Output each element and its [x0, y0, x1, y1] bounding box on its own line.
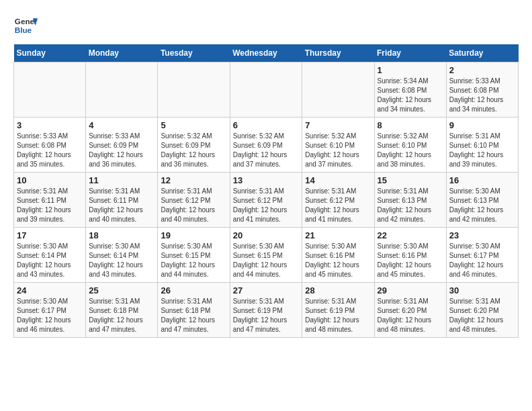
day-info: Sunrise: 5:30 AM Sunset: 6:15 PM Dayligh… — [233, 242, 300, 279]
day-info: Sunrise: 5:32 AM Sunset: 6:09 PM Dayligh… — [161, 132, 226, 169]
page-header: General Blue — [13, 13, 519, 38]
day-info: Sunrise: 5:31 AM Sunset: 6:10 PM Dayligh… — [449, 132, 515, 169]
calendar-cell: 26Sunrise: 5:31 AM Sunset: 6:18 PM Dayli… — [158, 283, 230, 338]
calendar-cell: 30Sunrise: 5:31 AM Sunset: 6:20 PM Dayli… — [446, 283, 518, 338]
day-info: Sunrise: 5:31 AM Sunset: 6:13 PM Dayligh… — [378, 187, 443, 224]
calendar-week-row: 17Sunrise: 5:30 AM Sunset: 6:14 PM Dayli… — [14, 228, 519, 283]
day-number: 11 — [89, 175, 154, 185]
weekday-header: Tuesday — [158, 44, 230, 62]
weekday-header: Sunday — [14, 44, 86, 62]
day-number: 12 — [161, 175, 226, 185]
day-info: Sunrise: 5:32 AM Sunset: 6:09 PM Dayligh… — [233, 132, 300, 169]
day-number: 24 — [17, 285, 83, 295]
calendar-cell: 19Sunrise: 5:30 AM Sunset: 6:15 PM Dayli… — [158, 228, 230, 283]
calendar-cell: 5Sunrise: 5:32 AM Sunset: 6:09 PM Daylig… — [158, 118, 230, 173]
calendar-cell — [230, 62, 302, 118]
calendar-cell: 1Sunrise: 5:34 AM Sunset: 6:08 PM Daylig… — [374, 62, 446, 118]
logo: General Blue — [13, 13, 38, 38]
day-info: Sunrise: 5:34 AM Sunset: 6:08 PM Dayligh… — [378, 77, 443, 114]
day-number: 22 — [378, 230, 443, 240]
calendar-cell: 24Sunrise: 5:30 AM Sunset: 6:17 PM Dayli… — [14, 283, 86, 338]
day-info: Sunrise: 5:31 AM Sunset: 6:19 PM Dayligh… — [233, 297, 300, 334]
calendar-cell: 8Sunrise: 5:32 AM Sunset: 6:10 PM Daylig… — [374, 118, 446, 173]
day-info: Sunrise: 5:30 AM Sunset: 6:16 PM Dayligh… — [305, 242, 371, 279]
calendar-cell: 25Sunrise: 5:31 AM Sunset: 6:18 PM Dayli… — [86, 283, 158, 338]
calendar-cell: 10Sunrise: 5:31 AM Sunset: 6:11 PM Dayli… — [14, 173, 86, 228]
day-info: Sunrise: 5:33 AM Sunset: 6:08 PM Dayligh… — [449, 77, 515, 114]
day-number: 6 — [233, 120, 300, 130]
calendar-cell: 15Sunrise: 5:31 AM Sunset: 6:13 PM Dayli… — [374, 173, 446, 228]
calendar-body: 1Sunrise: 5:34 AM Sunset: 6:08 PM Daylig… — [14, 62, 519, 338]
calendar-cell: 11Sunrise: 5:31 AM Sunset: 6:11 PM Dayli… — [86, 173, 158, 228]
day-info: Sunrise: 5:31 AM Sunset: 6:18 PM Dayligh… — [161, 297, 226, 334]
day-number: 2 — [449, 65, 515, 75]
weekday-header: Monday — [86, 44, 158, 62]
day-info: Sunrise: 5:30 AM Sunset: 6:17 PM Dayligh… — [17, 297, 83, 334]
weekday-header: Saturday — [446, 44, 518, 62]
calendar-cell: 23Sunrise: 5:30 AM Sunset: 6:17 PM Dayli… — [446, 228, 518, 283]
day-number: 19 — [161, 230, 226, 240]
calendar-cell: 4Sunrise: 5:33 AM Sunset: 6:09 PM Daylig… — [86, 118, 158, 173]
calendar-cell — [302, 62, 374, 118]
day-number: 4 — [89, 120, 154, 130]
day-info: Sunrise: 5:33 AM Sunset: 6:08 PM Dayligh… — [17, 132, 83, 169]
day-number: 17 — [17, 230, 83, 240]
day-info: Sunrise: 5:31 AM Sunset: 6:20 PM Dayligh… — [449, 297, 515, 334]
calendar-cell: 22Sunrise: 5:30 AM Sunset: 6:16 PM Dayli… — [374, 228, 446, 283]
day-number: 26 — [161, 285, 226, 295]
calendar-cell: 14Sunrise: 5:31 AM Sunset: 6:12 PM Dayli… — [302, 173, 374, 228]
day-number: 23 — [449, 230, 515, 240]
day-number: 27 — [233, 285, 300, 295]
day-info: Sunrise: 5:31 AM Sunset: 6:12 PM Dayligh… — [233, 187, 300, 224]
calendar-cell: 7Sunrise: 5:32 AM Sunset: 6:10 PM Daylig… — [302, 118, 374, 173]
day-number: 7 — [305, 120, 371, 130]
calendar-cell: 6Sunrise: 5:32 AM Sunset: 6:09 PM Daylig… — [230, 118, 302, 173]
day-number: 18 — [89, 230, 154, 240]
day-number: 3 — [17, 120, 83, 130]
calendar-cell — [158, 62, 230, 118]
calendar-cell — [14, 62, 86, 118]
calendar-cell: 29Sunrise: 5:31 AM Sunset: 6:20 PM Dayli… — [374, 283, 446, 338]
calendar-week-row: 10Sunrise: 5:31 AM Sunset: 6:11 PM Dayli… — [14, 173, 519, 228]
day-number: 14 — [305, 175, 371, 185]
day-number: 10 — [17, 175, 83, 185]
calendar-cell: 17Sunrise: 5:30 AM Sunset: 6:14 PM Dayli… — [14, 228, 86, 283]
day-info: Sunrise: 5:30 AM Sunset: 6:13 PM Dayligh… — [449, 187, 515, 224]
day-number: 30 — [449, 285, 515, 295]
day-info: Sunrise: 5:31 AM Sunset: 6:12 PM Dayligh… — [305, 187, 371, 224]
day-number: 1 — [378, 65, 443, 75]
weekday-header: Wednesday — [230, 44, 302, 62]
day-number: 20 — [233, 230, 300, 240]
calendar-cell: 16Sunrise: 5:30 AM Sunset: 6:13 PM Dayli… — [446, 173, 518, 228]
day-info: Sunrise: 5:30 AM Sunset: 6:15 PM Dayligh… — [161, 242, 226, 279]
day-number: 15 — [378, 175, 443, 185]
day-info: Sunrise: 5:32 AM Sunset: 6:10 PM Dayligh… — [378, 132, 443, 169]
calendar-header: SundayMondayTuesdayWednesdayThursdayFrid… — [14, 44, 519, 62]
day-info: Sunrise: 5:31 AM Sunset: 6:18 PM Dayligh… — [89, 297, 154, 334]
calendar-table: SundayMondayTuesdayWednesdayThursdayFrid… — [13, 44, 519, 338]
calendar-week-row: 3Sunrise: 5:33 AM Sunset: 6:08 PM Daylig… — [14, 118, 519, 173]
calendar-cell: 28Sunrise: 5:31 AM Sunset: 6:19 PM Dayli… — [302, 283, 374, 338]
day-number: 13 — [233, 175, 300, 185]
calendar-cell: 27Sunrise: 5:31 AM Sunset: 6:19 PM Dayli… — [230, 283, 302, 338]
calendar-cell: 13Sunrise: 5:31 AM Sunset: 6:12 PM Dayli… — [230, 173, 302, 228]
day-info: Sunrise: 5:30 AM Sunset: 6:17 PM Dayligh… — [449, 242, 515, 279]
day-info: Sunrise: 5:32 AM Sunset: 6:10 PM Dayligh… — [305, 132, 371, 169]
calendar-cell: 12Sunrise: 5:31 AM Sunset: 6:12 PM Dayli… — [158, 173, 230, 228]
day-number: 8 — [378, 120, 443, 130]
day-number: 9 — [449, 120, 515, 130]
logo-icon: General Blue — [13, 13, 38, 38]
calendar-cell: 21Sunrise: 5:30 AM Sunset: 6:16 PM Dayli… — [302, 228, 374, 283]
weekday-header: Thursday — [302, 44, 374, 62]
day-info: Sunrise: 5:31 AM Sunset: 6:11 PM Dayligh… — [89, 187, 154, 224]
day-info: Sunrise: 5:31 AM Sunset: 6:20 PM Dayligh… — [378, 297, 443, 334]
day-info: Sunrise: 5:31 AM Sunset: 6:11 PM Dayligh… — [17, 187, 83, 224]
calendar-cell — [86, 62, 158, 118]
day-number: 28 — [305, 285, 371, 295]
calendar-week-row: 1Sunrise: 5:34 AM Sunset: 6:08 PM Daylig… — [14, 62, 519, 118]
calendar-cell: 3Sunrise: 5:33 AM Sunset: 6:08 PM Daylig… — [14, 118, 86, 173]
calendar-cell: 9Sunrise: 5:31 AM Sunset: 6:10 PM Daylig… — [446, 118, 518, 173]
day-number: 5 — [161, 120, 226, 130]
day-number: 25 — [89, 285, 154, 295]
svg-text:Blue: Blue — [15, 26, 32, 34]
